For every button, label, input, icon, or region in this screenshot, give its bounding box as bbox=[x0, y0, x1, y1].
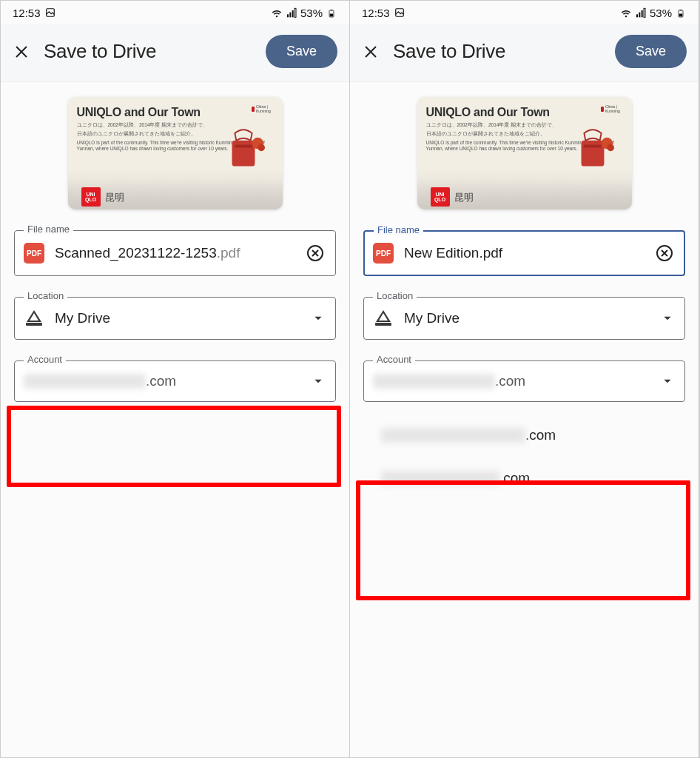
file-name-field[interactable]: File name PDF New Edition.pdf bbox=[363, 230, 685, 276]
battery-icon bbox=[676, 7, 687, 18]
svg-rect-27 bbox=[375, 323, 391, 326]
svg-rect-21 bbox=[680, 10, 682, 10]
header: Save to Drive Save bbox=[350, 24, 699, 82]
svg-rect-6 bbox=[330, 14, 334, 17]
svg-rect-4 bbox=[295, 8, 296, 17]
battery-icon bbox=[327, 7, 337, 18]
uniqlo-badge: UNI QLO bbox=[81, 187, 101, 207]
svg-rect-18 bbox=[644, 8, 645, 17]
header: Save to Drive Save bbox=[1, 24, 349, 82]
svg-rect-3 bbox=[292, 10, 294, 17]
town-name: 昆明 bbox=[454, 191, 474, 204]
account-label: Account bbox=[24, 354, 66, 365]
media-icon bbox=[45, 7, 55, 18]
close-icon bbox=[13, 44, 30, 60]
page-title: Save to Drive bbox=[393, 40, 602, 63]
svg-rect-8 bbox=[232, 141, 255, 167]
account-field[interactable]: Account .com bbox=[363, 360, 685, 402]
battery-label: 53% bbox=[650, 7, 672, 19]
clear-circle-icon bbox=[306, 244, 324, 262]
svg-rect-17 bbox=[642, 10, 643, 17]
location-label: Location bbox=[24, 290, 67, 301]
location-dropdown-arrow[interactable] bbox=[312, 312, 325, 325]
svg-rect-16 bbox=[639, 13, 640, 18]
file-name-label: File name bbox=[24, 224, 73, 235]
account-option[interactable]: .com bbox=[363, 414, 685, 457]
location-field[interactable]: Location My Drive bbox=[363, 297, 685, 340]
document-preview: China | Kunming UNIQLO and Our Town ユニクロ… bbox=[417, 97, 632, 209]
svg-rect-22 bbox=[581, 141, 604, 167]
svg-point-11 bbox=[258, 144, 265, 152]
clear-filename-button[interactable] bbox=[306, 244, 325, 263]
account-value: .com bbox=[373, 373, 650, 389]
chevron-down-icon bbox=[662, 376, 673, 386]
status-bar: 12:53 53% bbox=[1, 1, 349, 24]
signal-icon bbox=[286, 7, 296, 18]
account-dropdown-list: .com .com bbox=[363, 409, 685, 504]
drive-icon bbox=[24, 309, 44, 327]
location-value: My Drive bbox=[55, 310, 301, 326]
file-name-input[interactable]: New Edition.pdf bbox=[404, 245, 645, 261]
clear-circle-icon bbox=[656, 244, 673, 262]
document-preview: China | Kunming UNIQLO and Our Town ユニクロ… bbox=[68, 97, 283, 209]
time-label: 12:53 bbox=[13, 7, 41, 19]
svg-rect-13 bbox=[26, 323, 42, 326]
pdf-icon: PDF bbox=[373, 243, 394, 264]
location-field[interactable]: Location My Drive bbox=[14, 297, 336, 340]
drive-icon bbox=[373, 309, 394, 327]
chevron-down-icon bbox=[313, 376, 323, 386]
account-option[interactable]: .com bbox=[363, 457, 685, 500]
page-title: Save to Drive bbox=[44, 40, 252, 63]
poster-title: UNIQLO and Our Town bbox=[426, 106, 623, 119]
wifi-icon bbox=[620, 7, 630, 18]
pdf-icon: PDF bbox=[24, 243, 44, 264]
file-name-field[interactable]: File name PDF Scanned_20231122-1253.pdf bbox=[14, 230, 336, 276]
svg-point-25 bbox=[607, 144, 614, 152]
time-label: 12:53 bbox=[362, 7, 390, 19]
screenshot-left: 12:53 53% Save to Drive Save bbox=[1, 1, 350, 757]
account-dropdown-arrow[interactable] bbox=[312, 375, 325, 388]
bag-illustration bbox=[222, 127, 265, 186]
file-name-input[interactable]: Scanned_20231122-1253.pdf bbox=[55, 245, 295, 261]
town-name: 昆明 bbox=[105, 191, 124, 204]
signal-icon bbox=[635, 7, 645, 18]
poster-title: UNIQLO and Our Town bbox=[77, 106, 274, 119]
chevron-down-icon bbox=[662, 313, 673, 323]
battery-label: 53% bbox=[300, 7, 323, 19]
clear-filename-button[interactable] bbox=[655, 244, 674, 263]
close-button[interactable] bbox=[13, 43, 30, 61]
svg-rect-9 bbox=[235, 145, 252, 148]
close-button[interactable] bbox=[362, 43, 380, 61]
svg-rect-15 bbox=[636, 14, 638, 17]
location-label: Location bbox=[373, 290, 417, 301]
close-icon bbox=[363, 44, 379, 60]
wifi-icon bbox=[271, 7, 281, 18]
location-value: My Drive bbox=[404, 310, 650, 326]
uniqlo-badge: UNI QLO bbox=[431, 187, 450, 207]
screenshot-right: 12:53 53% Save to Drive Save bbox=[350, 1, 699, 757]
file-name-label: File name bbox=[374, 224, 423, 235]
location-dropdown-arrow[interactable] bbox=[661, 312, 674, 325]
save-button[interactable]: Save bbox=[266, 35, 337, 68]
status-bar: 12:53 53% bbox=[350, 1, 699, 24]
account-dropdown-arrow[interactable] bbox=[661, 375, 674, 388]
svg-rect-1 bbox=[287, 14, 289, 17]
account-label: Account bbox=[373, 354, 415, 365]
save-button[interactable]: Save bbox=[615, 35, 687, 68]
account-value: .com bbox=[24, 373, 301, 389]
svg-rect-23 bbox=[584, 145, 601, 148]
media-icon bbox=[394, 7, 405, 18]
account-field[interactable]: Account .com bbox=[14, 360, 336, 402]
svg-rect-20 bbox=[679, 14, 683, 17]
bag-illustration bbox=[571, 127, 614, 186]
chevron-down-icon bbox=[313, 313, 323, 323]
svg-rect-2 bbox=[289, 13, 291, 18]
svg-rect-7 bbox=[331, 10, 333, 10]
